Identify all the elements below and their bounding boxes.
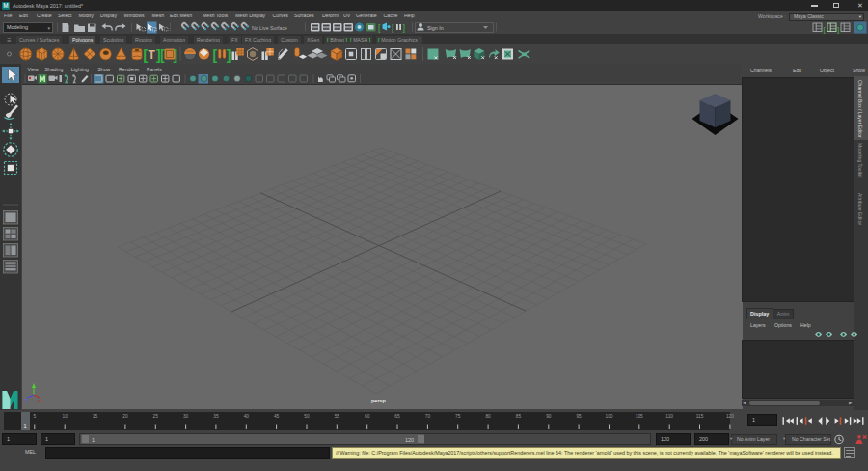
svg-text:85: 85	[516, 414, 522, 419]
svg-text:100: 100	[605, 414, 612, 419]
svg-text:95: 95	[576, 414, 582, 419]
svg-text:65: 65	[394, 414, 400, 419]
svg-text:40: 40	[244, 414, 250, 419]
svg-text:60: 60	[365, 414, 370, 419]
svg-text:[: [	[160, 47, 165, 63]
svg-text:25: 25	[153, 414, 159, 419]
svg-text:1: 1	[24, 423, 27, 429]
svg-text:15: 15	[93, 414, 98, 419]
svg-text:30: 30	[183, 414, 189, 419]
svg-text:75: 75	[455, 414, 461, 419]
svg-text:No Live Surface: No Live Surface	[252, 25, 287, 31]
svg-text:[: [	[824, 25, 827, 34]
svg-text:10: 10	[63, 414, 68, 419]
svg-text:]: ]	[174, 47, 178, 63]
svg-text:T: T	[149, 48, 156, 62]
svg-text:70: 70	[425, 414, 431, 419]
svg-text:55: 55	[335, 414, 340, 419]
svg-text:]: ]	[837, 25, 839, 34]
svg-text:90: 90	[546, 414, 552, 419]
svg-text:[: [	[392, 23, 394, 33]
svg-text:50: 50	[304, 414, 310, 419]
svg-text:x: x	[38, 398, 41, 403]
svg-text:20: 20	[122, 414, 128, 419]
svg-text:[: [	[378, 23, 381, 33]
svg-text:]: ]	[403, 23, 406, 33]
svg-text:5: 5	[33, 414, 36, 419]
svg-text:110: 110	[665, 414, 673, 419]
svg-text:[: [	[213, 47, 218, 63]
svg-text:35: 35	[213, 414, 219, 419]
svg-text:105: 105	[636, 414, 643, 419]
svg-text:80: 80	[485, 414, 491, 419]
svg-text:115: 115	[696, 414, 704, 419]
svg-text:45: 45	[274, 414, 280, 419]
svg-text:120: 120	[726, 414, 734, 419]
svg-text:]: ]	[227, 47, 231, 63]
